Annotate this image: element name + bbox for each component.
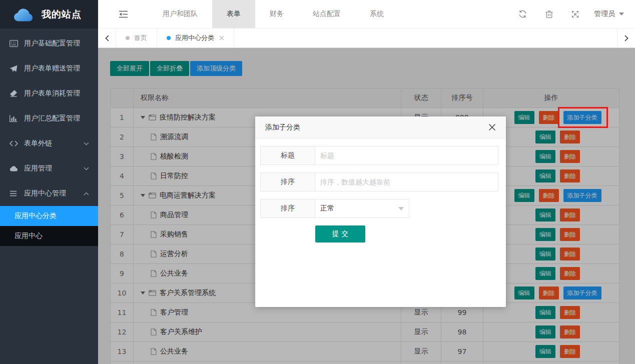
form-row: 排序正常 [260, 199, 499, 218]
sidebar-item-label: 应用管理 [24, 164, 52, 173]
fullscreen-icon[interactable] [571, 10, 579, 18]
tab-label: 应用中心分类 [175, 34, 214, 42]
select-caret-icon [398, 207, 404, 210]
sidebar-subitem[interactable]: 应用中心分类 [0, 206, 98, 226]
text-field[interactable] [315, 172, 498, 192]
field-label: 排序 [260, 199, 315, 218]
topbar: 用户和团队表单财务站点配置系统 管理员 [98, 0, 635, 28]
field-label: 排序 [260, 172, 315, 192]
tabs: 首页应用中心分类 [116, 28, 234, 48]
chevron-up-icon [84, 192, 89, 196]
list-icon [10, 190, 20, 196]
menu-fold-icon [119, 10, 128, 18]
sidebar-item-label: 表单外链 [24, 139, 52, 148]
trash-icon[interactable] [545, 10, 553, 18]
tab-close-icon[interactable] [219, 34, 224, 42]
cloud-logo-icon [12, 7, 35, 22]
sidebar-item-label: 用户汇总配置管理 [24, 114, 80, 123]
sidebar-item[interactable]: 用户表单消耗管理 [0, 81, 98, 106]
tab-dot [126, 36, 130, 40]
close-icon[interactable] [488, 122, 496, 132]
add-subcategory-modal: 添加子分类 标题排序排序正常提 交 [255, 116, 506, 307]
field-label: 标题 [260, 146, 315, 165]
topnav-item[interactable]: 站点配置 [298, 0, 355, 28]
chevron-right-icon [624, 35, 628, 42]
chevron-down-icon [84, 167, 89, 170]
sidebar-item[interactable]: 表单外链 [0, 131, 98, 156]
form-row: 标题 [260, 146, 499, 165]
admin-menu[interactable]: 管理员 [594, 0, 624, 28]
tab-dot [167, 36, 171, 40]
keyboard-icon [10, 40, 20, 47]
sidebar-item[interactable]: 用户汇总配置管理 [0, 106, 98, 131]
sidebar-item[interactable]: 用户表单赠送管理 [0, 56, 98, 81]
sidebar-item-label: 应用中心管理 [24, 189, 66, 198]
menu-fold-button[interactable] [98, 0, 148, 28]
tabbar: 首页应用中心分类 [98, 28, 635, 48]
sidebar-item[interactable]: 用户基础配置管理 [0, 31, 98, 56]
modal-header: 添加子分类 [255, 116, 506, 138]
eraser-icon [10, 90, 20, 97]
sidebar-item-label: 用户表单赠送管理 [24, 64, 80, 73]
select-value: 正常 [320, 204, 334, 213]
sidebar-menu: 用户基础配置管理用户表单赠送管理用户表单消耗管理用户汇总配置管理表单外链应用管理… [0, 28, 98, 246]
text-field[interactable] [315, 146, 498, 165]
submit-button[interactable]: 提 交 [315, 226, 365, 242]
topnav-item[interactable]: 系统 [355, 0, 398, 28]
tab-item[interactable]: 首页 [116, 28, 157, 48]
send-icon [10, 65, 20, 72]
caret-down-icon [619, 12, 624, 16]
cloud-icon [10, 166, 20, 172]
topnav-items: 用户和团队表单财务站点配置系统 [148, 0, 398, 28]
tab-active[interactable]: 应用中心分类 [157, 28, 234, 48]
sidebar-subitem[interactable]: 应用中心 [0, 226, 98, 246]
tab-label: 首页 [134, 34, 147, 42]
admin-label: 管理员 [594, 10, 615, 18]
chevron-left-icon [105, 35, 109, 42]
status-select[interactable]: 正常 [315, 199, 409, 218]
form-row: 排序 [260, 172, 499, 192]
sidebar: 我的站点 用户基础配置管理用户表单赠送管理用户表单消耗管理用户汇总配置管理表单外… [0, 0, 98, 364]
modal-body: 标题排序排序正常提 交 [255, 138, 506, 242]
logo: 我的站点 [0, 0, 98, 28]
sidebar-item[interactable]: 应用管理 [0, 156, 98, 181]
bar-chart-icon [10, 115, 20, 122]
site-title: 我的站点 [42, 8, 82, 21]
topnav-item[interactable]: 财务 [255, 0, 298, 28]
refresh-icon[interactable] [518, 10, 527, 18]
link-icon [10, 140, 20, 146]
topnav-item[interactable]: 用户和团队 [148, 0, 212, 28]
tabs-scroll-left-button[interactable] [98, 28, 116, 48]
sidebar-item-label: 用户基础配置管理 [24, 39, 80, 48]
modal-title: 添加子分类 [265, 123, 300, 132]
tabs-scroll-right-button[interactable] [617, 28, 635, 48]
topnav-item[interactable]: 表单 [212, 0, 255, 28]
sidebar-item-label: 用户表单消耗管理 [24, 89, 80, 98]
topbar-icons [518, 0, 579, 28]
sidebar-submenu: 应用中心分类应用中心 [0, 206, 98, 246]
sidebar-item[interactable]: 应用中心管理 [0, 181, 98, 206]
chevron-down-icon [84, 142, 89, 146]
